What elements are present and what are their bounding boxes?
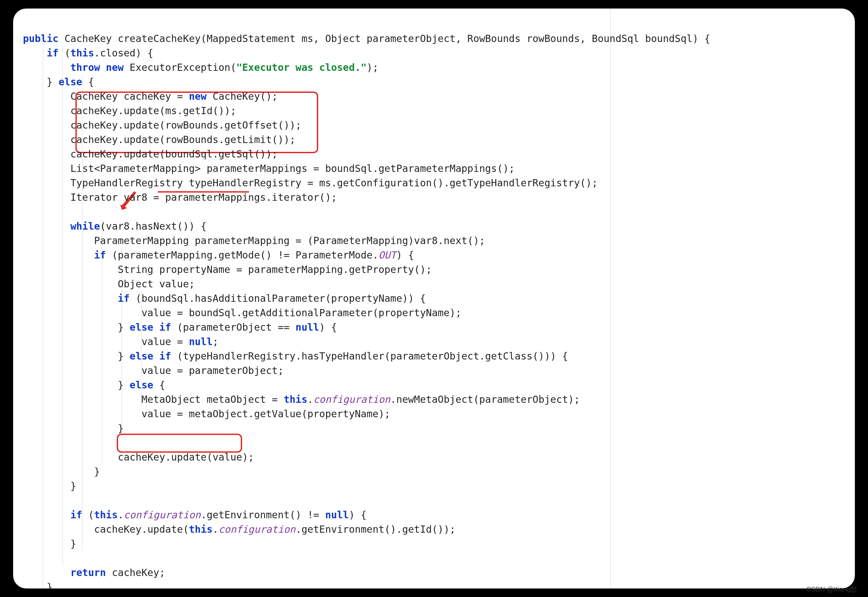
code-line: if (boundSql.hasAdditionalParameter(prop… (23, 293, 426, 304)
code-line: } else { (23, 379, 165, 391)
code-line: } else if (typeHandlerRegistry.hasTypeHa… (23, 350, 568, 362)
code-line: value = metaObject.getValue(propertyName… (23, 408, 390, 420)
code-line: if (this.closed) { (23, 47, 153, 59)
code-line: cacheKey.update(rowBounds.getLimit()); (23, 134, 295, 145)
code-line: throw new ExecutorException("Executor wa… (23, 62, 378, 73)
code-line: } (23, 538, 76, 549)
code-line: cacheKey.update(ms.getId()); (23, 105, 236, 116)
code-line: } (23, 581, 52, 588)
code-line: MetaObject metaObject = this.configurati… (23, 394, 580, 405)
code-line: } (23, 422, 124, 434)
code-line: cacheKey.update(this.configuration.getEn… (23, 524, 456, 535)
code-line: CacheKey cacheKey = new CacheKey(); (23, 91, 278, 102)
code-line: ParameterMapping parameterMapping = (Par… (23, 235, 485, 247)
code-line: } else if (parameterObject == null) { (23, 321, 337, 333)
code-line: return cacheKey; (23, 567, 165, 578)
code-line: cacheKey.update(rowBounds.getOffset()); (23, 119, 301, 131)
code-line: value = parameterObject; (23, 365, 284, 376)
code-block: public CacheKey createCacheKey(MappedSta… (23, 17, 710, 588)
code-line: Object value; (23, 278, 195, 290)
code-line: List<ParameterMapping> parameterMappings… (23, 163, 515, 174)
watermark: CSDN @Xiang想 (806, 585, 857, 594)
code-line: if (parameterMapping.getMode() != Parame… (23, 249, 414, 261)
code-line: public CacheKey createCacheKey(MappedSta… (23, 33, 710, 44)
code-line: String propertyName = parameterMapping.g… (23, 264, 432, 275)
code-card: public CacheKey createCacheKey(MappedSta… (13, 9, 855, 588)
code-line: } else { (23, 76, 94, 88)
code-line: cacheKey.update(boundSql.getSql()); (23, 148, 278, 160)
code-line: value = boundSql.getAdditionalParameter(… (23, 307, 461, 318)
code-line: while(var8.hasNext()) { (23, 220, 207, 232)
code-line: } (23, 466, 100, 477)
code-line: value = null; (23, 336, 218, 348)
code-line: cacheKey.update(value); (23, 451, 254, 463)
code-line: if (this.configuration.getEnvironment() … (23, 509, 367, 521)
code-line: Iterator var8 = parameterMappings.iterat… (23, 192, 337, 203)
code-line: TypeHandlerRegistry typeHandlerRegistry … (23, 177, 598, 189)
code-line: } (23, 480, 76, 492)
